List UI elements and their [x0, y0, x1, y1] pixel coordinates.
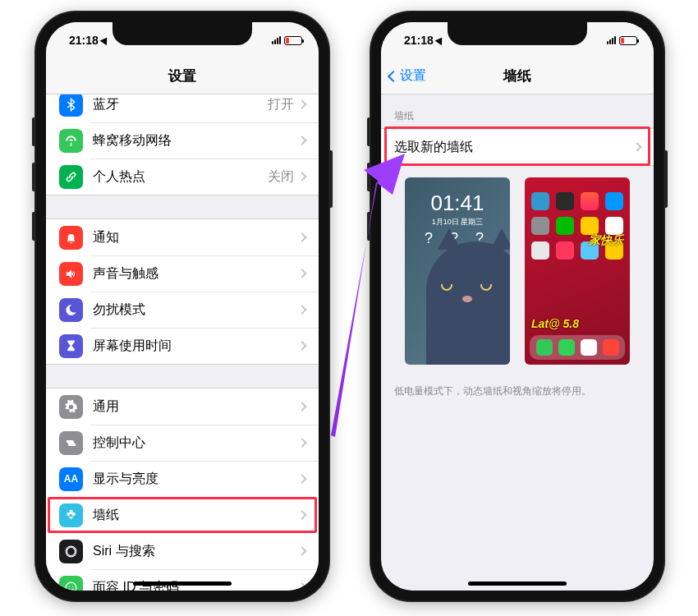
wallpaper-previews: 01:41 1月10日 星期三 ? ? ? — [381, 166, 654, 376]
choose-wallpaper-group: 选取新的墙纸 — [381, 128, 654, 166]
choose-new-wallpaper-row[interactable]: 选取新的墙纸 — [381, 129, 654, 165]
dock — [530, 335, 625, 360]
row-label: 屏幕使用时间 — [93, 338, 299, 355]
app-grid — [531, 192, 623, 260]
row-value: 关闭 — [268, 168, 294, 186]
settings-row-bluetooth[interactable]: 蓝牙打开 — [46, 94, 319, 122]
settings-row-screentime[interactable]: 屏幕使用时间 — [46, 328, 319, 364]
cat-illustration — [426, 241, 510, 365]
home-screen-preview[interactable]: 家快乐 Lat@ 5.8 — [525, 177, 630, 365]
app-icon — [603, 339, 619, 356]
settings-row-faceid[interactable]: 面容 ID 与密码 — [46, 569, 319, 591]
settings-row-control[interactable]: 控制中心 — [46, 425, 319, 461]
settings-row-dnd[interactable]: 勿扰模式 — [46, 292, 319, 328]
chevron-right-icon — [297, 546, 306, 555]
settings-list[interactable]: 蓝牙打开蜂窝移动网络个人热点关闭通知声音与触感勿扰模式屏幕使用时间通用控制中心A… — [46, 94, 319, 591]
chevron-right-icon — [297, 510, 306, 519]
status-time: 21:18 — [69, 34, 99, 47]
notch — [448, 22, 587, 45]
chevron-right-icon — [297, 582, 306, 591]
app-icon — [531, 217, 549, 235]
app-icon — [581, 339, 597, 356]
row-label: 勿扰模式 — [93, 301, 299, 319]
settings-row-sounds[interactable]: 声音与触感 — [46, 255, 319, 292]
app-icon — [581, 192, 599, 210]
cellular-icon — [59, 129, 83, 153]
row-label: 墙纸 — [93, 507, 299, 524]
app-icon — [558, 339, 575, 356]
location-icon — [434, 35, 445, 45]
lock-screen-preview[interactable]: 01:41 1月10日 星期三 ? ? ? — [405, 177, 510, 365]
settings-row-hotspot[interactable]: 个人热点关闭 — [46, 159, 319, 195]
siri-icon — [59, 540, 83, 563]
row-label: 通用 — [93, 398, 299, 416]
chevron-right-icon — [297, 232, 306, 241]
phone-frame-right: 21:18 设置 墙纸 墙纸 选取新的墙纸 — [370, 11, 665, 602]
faceid-icon — [59, 576, 83, 591]
chevron-right-icon — [297, 172, 306, 181]
row-label: Siri 与搜索 — [93, 543, 299, 560]
app-icon — [556, 192, 574, 210]
screen-right: 21:18 设置 墙纸 墙纸 选取新的墙纸 — [381, 22, 654, 591]
home-indicator[interactable] — [133, 582, 232, 586]
notifications-icon — [59, 226, 83, 250]
row-label: 声音与触感 — [93, 265, 299, 283]
app-icon — [605, 217, 623, 235]
settings-row-wallpaper[interactable]: 墙纸 — [46, 497, 319, 533]
section-header: 墙纸 — [381, 94, 654, 128]
chevron-right-icon — [297, 474, 306, 483]
scribble-text: Lat@ 5.8 — [531, 317, 579, 330]
settings-row-cellular[interactable]: 蜂窝移动网络 — [46, 122, 319, 159]
back-button[interactable]: 设置 — [389, 58, 426, 94]
home-indicator[interactable] — [468, 582, 567, 586]
settings-row-notifications[interactable]: 通知 — [46, 219, 319, 255]
app-icon — [556, 241, 574, 260]
row-label: 显示与亮度 — [93, 471, 299, 488]
app-icon — [531, 192, 549, 210]
wallpaper-content: 墙纸 选取新的墙纸 01:41 1月10日 星期三 ? ? ? — [381, 94, 654, 591]
status-time: 21:18 — [404, 34, 434, 47]
app-icon — [536, 339, 553, 356]
signal-icon — [607, 36, 616, 44]
scribble-text: 家快乐 — [589, 233, 623, 248]
signal-icon — [272, 36, 281, 44]
row-label: 通知 — [93, 229, 299, 246]
general-icon — [59, 395, 83, 419]
display-icon: AA — [59, 467, 83, 491]
lock-date: 1月10日 星期三 — [405, 217, 510, 228]
battery-icon — [619, 36, 637, 45]
row-label: 控制中心 — [93, 434, 299, 452]
cat-nose-icon — [462, 296, 472, 302]
app-icon — [605, 192, 623, 210]
row-value: 打开 — [268, 96, 294, 113]
phone-frame-left: 21:18 设置 蓝牙打开蜂窝移动网络个人热点关闭通知声音与触感勿扰模式屏幕使用… — [34, 11, 330, 602]
settings-group: 通用控制中心AA显示与亮度墙纸Siri 与搜索面容 ID 与密码SOSSOS 紧… — [46, 388, 319, 591]
chevron-right-icon — [297, 136, 306, 145]
battery-icon — [284, 36, 302, 45]
hotspot-icon — [59, 165, 83, 189]
screen-left: 21:18 设置 蓝牙打开蜂窝移动网络个人热点关闭通知声音与触感勿扰模式屏幕使用… — [46, 22, 319, 591]
chevron-right-icon — [297, 269, 306, 278]
chevron-right-icon — [297, 341, 306, 350]
settings-row-siri[interactable]: Siri 与搜索 — [46, 533, 319, 569]
row-label: 蜂窝移动网络 — [93, 132, 299, 149]
chevron-right-icon — [297, 99, 306, 108]
settings-row-display[interactable]: AA显示与亮度 — [46, 461, 319, 497]
app-icon — [531, 241, 549, 260]
notch — [113, 22, 252, 45]
screentime-icon — [59, 334, 83, 358]
app-icon — [581, 217, 599, 235]
chevron-right-icon — [632, 142, 641, 151]
location-icon — [99, 35, 110, 45]
sounds-icon — [59, 262, 83, 286]
nav-bar: 设置 墙纸 — [381, 58, 654, 94]
settings-group: 通知声音与触感勿扰模式屏幕使用时间 — [46, 218, 319, 365]
bluetooth-icon — [59, 94, 83, 117]
lock-time: 01:41 — [405, 191, 510, 216]
footer-note: 低电量模式下，动态墙纸和视角缩放将停用。 — [381, 376, 654, 407]
choose-new-label: 选取新的墙纸 — [394, 139, 634, 156]
control-icon — [59, 431, 83, 455]
back-label: 设置 — [400, 67, 426, 85]
settings-row-general[interactable]: 通用 — [46, 388, 319, 425]
page-title: 墙纸 — [503, 67, 531, 85]
